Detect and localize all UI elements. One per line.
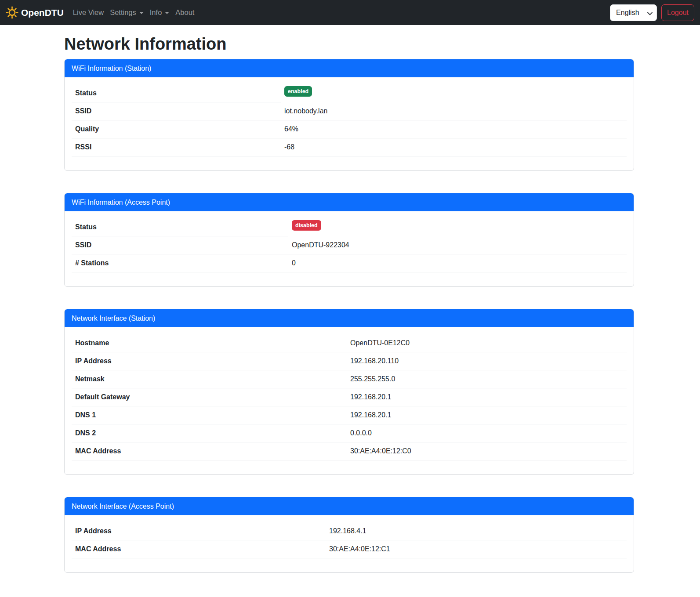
info-label: DNS 2 — [72, 424, 347, 442]
main-content: Network Information WiFi Information (St… — [64, 34, 634, 573]
info-label: MAC Address — [72, 540, 326, 558]
card-header: WiFi Information (Access Point) — [65, 193, 634, 211]
info-row: Quality 64% — [72, 120, 627, 138]
cards: WiFi Information (Station) Status enable… — [64, 59, 634, 573]
card-body: IP Address 192.168.4.1 MAC Address 30:AE… — [65, 515, 634, 572]
info-row: Status disabled — [72, 218, 627, 236]
nav-link-label: Live View — [73, 8, 104, 17]
status-badge: disabled — [292, 220, 321, 231]
info-value: -68 — [281, 138, 627, 156]
nav-link-settings[interactable]: Settings — [107, 5, 147, 20]
info-label: MAC Address — [72, 442, 347, 460]
info-label: Default Gateway — [72, 388, 347, 406]
info-value: iot.nobody.lan — [281, 102, 627, 120]
nav-item: Info — [147, 5, 173, 20]
nav-item: Settings — [107, 5, 147, 20]
info-row: DNS 2 0.0.0.0 — [72, 424, 627, 442]
info-label: IP Address — [72, 522, 326, 540]
card-body: Status disabled SSID OpenDTU-922304 # St… — [65, 211, 634, 286]
info-label: Hostname — [72, 334, 347, 352]
info-row: Hostname OpenDTU-0E12C0 — [72, 334, 627, 352]
nav-item: Live View — [70, 5, 107, 20]
info-label: SSID — [72, 102, 281, 120]
info-value: 192.168.20.110 — [347, 352, 627, 370]
card-body: Status enabled SSID iot.nobody.lan Quali… — [65, 77, 634, 170]
info-row: DNS 1 192.168.20.1 — [72, 406, 627, 424]
brand-link[interactable]: OpenDTU — [5, 6, 64, 19]
nav-link-label: Settings — [110, 8, 136, 17]
navbar: OpenDTU Live View Settings Info About En… — [0, 0, 700, 25]
card-table: Status enabled SSID iot.nobody.lan Quali… — [72, 84, 627, 156]
info-row: # Stations 0 — [72, 254, 627, 272]
info-row: IP Address 192.168.20.110 — [72, 352, 627, 370]
info-label: Status — [72, 218, 288, 236]
nav-link-label: Info — [150, 8, 162, 17]
info-row: MAC Address 30:AE:A4:0E:12:C0 — [72, 442, 627, 460]
info-label: RSSI — [72, 138, 281, 156]
info-value: 0.0.0.0 — [347, 424, 627, 442]
info-card: WiFi Information (Station) Status enable… — [64, 59, 634, 171]
nav-menu: Live View Settings Info About — [70, 5, 198, 20]
info-card: WiFi Information (Access Point) Status d… — [64, 193, 634, 287]
card-header: Network Interface (Access Point) — [65, 497, 634, 515]
info-value: OpenDTU-0E12C0 — [347, 334, 627, 352]
language-select[interactable]: English — [610, 4, 657, 21]
card-header: WiFi Information (Station) — [65, 59, 634, 77]
nav-link-live-view[interactable]: Live View — [70, 5, 107, 20]
info-value: 255.255.255.0 — [347, 370, 627, 388]
info-row: Default Gateway 192.168.20.1 — [72, 388, 627, 406]
info-label: Netmask — [72, 370, 347, 388]
info-value: 64% — [281, 120, 627, 138]
page-title: Network Information — [64, 34, 634, 54]
info-value: 192.168.4.1 — [326, 522, 627, 540]
language-select-wrap: English — [610, 4, 657, 21]
caret-down-icon — [165, 12, 169, 14]
info-value: OpenDTU-922304 — [288, 236, 627, 254]
info-label: DNS 1 — [72, 406, 347, 424]
badge-cell: disabled — [288, 218, 627, 236]
info-value: 30:AE:A4:0E:12:C0 — [347, 442, 627, 460]
info-label: # Stations — [72, 254, 288, 272]
info-label: Status — [72, 84, 281, 102]
info-card: Network Interface (Access Point) IP Addr… — [64, 497, 634, 573]
brand-label: OpenDTU — [21, 7, 64, 18]
info-row: SSID OpenDTU-922304 — [72, 236, 627, 254]
card-header: Network Interface (Station) — [65, 309, 634, 327]
info-row: IP Address 192.168.4.1 — [72, 522, 627, 540]
info-value: 0 — [288, 254, 627, 272]
info-row: Status enabled — [72, 84, 627, 102]
info-label: IP Address — [72, 352, 347, 370]
info-value: 192.168.20.1 — [347, 406, 627, 424]
card-table: Status disabled SSID OpenDTU-922304 # St… — [72, 218, 627, 272]
sun-icon — [5, 6, 19, 19]
info-row: MAC Address 30:AE:A4:0E:12:C1 — [72, 540, 627, 558]
navbar-right: English Logout — [610, 4, 694, 21]
info-label: SSID — [72, 236, 288, 254]
info-value: 30:AE:A4:0E:12:C1 — [326, 540, 627, 558]
nav-item: About — [172, 5, 197, 20]
info-value: 192.168.20.1 — [347, 388, 627, 406]
info-row: RSSI -68 — [72, 138, 627, 156]
logout-button[interactable]: Logout — [661, 4, 694, 21]
card-table: Hostname OpenDTU-0E12C0 IP Address 192.1… — [72, 334, 627, 460]
info-row: SSID iot.nobody.lan — [72, 102, 627, 120]
info-label: Quality — [72, 120, 281, 138]
info-card: Network Interface (Station) Hostname Ope… — [64, 309, 634, 475]
nav-link-info[interactable]: Info — [147, 5, 173, 20]
card-table: IP Address 192.168.4.1 MAC Address 30:AE… — [72, 522, 627, 558]
nav-link-about[interactable]: About — [172, 5, 197, 20]
caret-down-icon — [139, 12, 144, 14]
nav-link-label: About — [175, 8, 194, 17]
badge-cell: enabled — [281, 84, 627, 102]
info-row: Netmask 255.255.255.0 — [72, 370, 627, 388]
card-body: Hostname OpenDTU-0E12C0 IP Address 192.1… — [65, 327, 634, 474]
status-badge: enabled — [284, 86, 312, 97]
